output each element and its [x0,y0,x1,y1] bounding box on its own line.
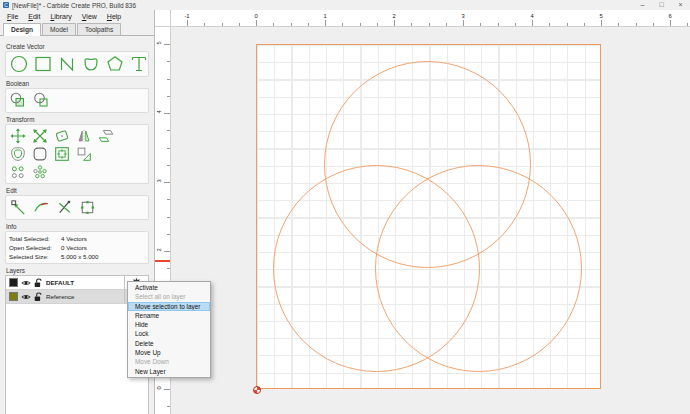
fillet-icon[interactable] [31,145,49,163]
context-menu-item-rename[interactable]: Rename [128,311,210,320]
ruler-tick [515,23,516,26]
lock-icon[interactable] [34,292,43,302]
ruler-tick [167,406,170,407]
context-menu-item-delete[interactable]: Delete [128,339,210,348]
context-menu-item-move-down: Move Down [128,357,210,366]
ruler-tick [167,165,170,166]
context-menu-item-new-layer[interactable]: New Layer [128,367,210,376]
scale-icon[interactable] [31,127,49,145]
vector-circle[interactable] [375,165,582,372]
boolean-union-icon[interactable] [9,91,28,110]
text-tool-icon[interactable] [129,54,149,74]
ruler-tick [222,23,223,26]
curve-tool-icon[interactable] [81,54,101,74]
tab-design[interactable]: Design [3,23,41,36]
ruler-tick [636,23,637,26]
info-label: Selected Size: [9,252,61,261]
polyline-tool-icon[interactable] [57,54,77,74]
ruler-tick [167,61,170,62]
layer-color-swatch[interactable] [9,292,18,301]
menu-file[interactable]: File [2,13,23,20]
ruler-tick [187,20,188,26]
info-group: Info Total Selected:4 VectorsOpen Select… [5,223,149,264]
ruler-label: 1 [323,13,326,19]
menu-edit[interactable]: Edit [23,13,45,20]
ruler-tick [601,20,602,26]
minimize-button[interactable]: – [633,0,652,10]
boolean-subtract-icon[interactable] [32,91,51,110]
ruler-tick [204,23,205,26]
trim-icon[interactable] [55,198,74,217]
ruler-tick [167,234,170,235]
drawing-canvas[interactable] [171,27,690,414]
lock-icon[interactable] [34,278,43,288]
tab-model[interactable]: Model [42,23,76,35]
visibility-eye-icon[interactable] [21,279,31,287]
layers-title: Layers [6,267,149,274]
menu-view[interactable]: View [77,13,102,20]
visibility-eye-icon[interactable] [21,293,31,301]
resize-nodes-icon[interactable] [78,198,97,217]
ruler-tick [167,268,170,269]
context-menu-item-move-selection-to-layer[interactable]: Move selection to layer [128,302,210,311]
node-edit-icon[interactable] [9,198,28,217]
ruler-tick [584,23,585,26]
ruler-tick [532,20,533,26]
ruler-tick [167,96,170,97]
rectangle-tool-icon[interactable] [33,54,53,74]
context-menu-item-hide[interactable]: Hide [128,320,210,329]
info-value: 4 Vectors [61,234,87,243]
ruler-tick [167,148,170,149]
ruler-tick [377,23,378,26]
layer-name: Reference [46,293,124,300]
layer-context-menu: ActivateSelect all on layerMove selectio… [127,281,211,378]
move-icon[interactable] [9,127,27,145]
tab-toolpaths[interactable]: Toolpaths [77,23,121,35]
tab-bar: DesignModelToolpaths [0,23,154,36]
ruler-tick [549,23,550,26]
title-bar: C [NewFile]* - Carbide Create PRO, Build… [0,0,690,10]
info-value: 5.000 x 5.000 [61,252,99,261]
canvas-pane: -10123456 543210 [155,10,690,414]
rotate-icon[interactable] [53,127,71,145]
ruler-cursor-indicator [155,260,171,262]
frame-icon[interactable] [53,145,71,163]
context-menu-item-select-all-on-layer: Select all on layer [128,292,210,301]
context-menu-item-lock[interactable]: Lock [128,329,210,338]
info-label: Total Selected: [9,234,61,243]
boolean-title: Boolean [6,80,149,87]
menu-library[interactable]: Library [45,13,76,20]
curve-edit-icon[interactable] [32,198,51,217]
polygon-tool-icon[interactable] [105,54,125,74]
circle-tool-icon[interactable] [9,54,29,74]
ruler-tick [164,389,170,390]
ruler-tick [325,20,326,26]
mirror-icon[interactable] [75,127,93,145]
horizontal-ruler: -10123456 [171,10,690,27]
ruler-tick [167,217,170,218]
window-controls: – □ × [633,0,690,10]
offset-icon[interactable] [9,145,27,163]
shear-icon[interactable] [97,127,115,145]
ruler-tick [567,23,568,26]
ruler-tick [446,23,447,26]
linear-array-icon[interactable] [9,163,27,181]
duplicate-icon[interactable] [75,145,93,163]
window-title: [NewFile]* - Carbide Create PRO, Build 8… [12,2,136,9]
context-menu-item-activate[interactable]: Activate [128,283,210,292]
create-vector-title: Create Vector [6,43,149,50]
menu-help[interactable]: Help [102,13,126,20]
context-menu-item-move-up[interactable]: Move Up [128,348,210,357]
info-row: Total Selected:4 Vectors [9,234,145,243]
ruler-label: -1 [184,13,189,19]
job-area[interactable] [256,44,601,389]
carbide-create-window: C [NewFile]* - Carbide Create PRO, Build… [0,0,690,414]
circular-array-icon[interactable] [31,163,49,181]
info-row: Selected Size:5.000 x 5.000 [9,252,145,261]
close-button[interactable]: × [671,0,690,10]
maximize-button[interactable]: □ [652,0,671,10]
ruler-label: 2 [156,248,162,251]
ruler-label: 4 [530,13,533,19]
info-value: 0 Vectors [61,243,87,252]
layer-color-swatch[interactable] [9,278,18,287]
